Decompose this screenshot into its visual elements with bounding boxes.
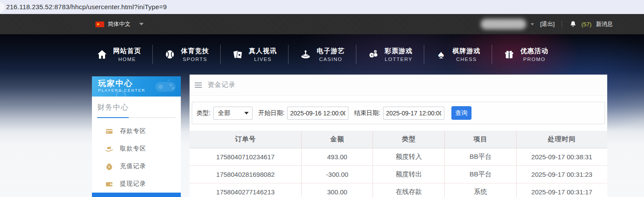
notification-bell-icon[interactable] bbox=[569, 20, 577, 28]
col-process-time: 处理时间 bbox=[516, 131, 607, 148]
top-bar: ★ 简体中文 [退出] (57) 新消息 bbox=[0, 14, 644, 34]
end-date-label: 结束日期: bbox=[354, 109, 380, 117]
sidebar-item-withdraw-record[interactable]: 提现记录 bbox=[92, 175, 181, 193]
page: 216.118.235.52:8783/hhcp/usercenter.html… bbox=[0, 0, 644, 197]
section-underline bbox=[97, 117, 176, 118]
deposit-card-icon bbox=[105, 127, 113, 136]
spade-icon: ♠ bbox=[435, 48, 447, 61]
browser-icon bbox=[0, 1, 5, 14]
sidebar-item-deposit[interactable]: 存款专区 bbox=[92, 122, 181, 140]
browser-address-bar[interactable]: 216.118.235.52:8783/hhcp/usercenter.html… bbox=[0, 0, 644, 14]
cell-order-id: 1758040710234617 bbox=[190, 148, 302, 165]
list-icon bbox=[195, 82, 202, 88]
cell-amount: 300.00 bbox=[302, 183, 373, 197]
language-label: 简体中文 bbox=[108, 20, 130, 28]
cell-process-time: 2025-09-17 00:31:17 bbox=[516, 183, 607, 197]
nav-item-sports[interactable]: 体育竞技SPORTS bbox=[153, 47, 220, 62]
col-order-id: 订单号 bbox=[190, 131, 302, 148]
cell-type: 额度转出 bbox=[373, 165, 445, 183]
roulette-icon bbox=[299, 48, 312, 61]
finance-section: 财务中心 bbox=[92, 97, 181, 118]
chevron-down-icon bbox=[531, 23, 534, 25]
home-icon bbox=[96, 48, 108, 61]
cell-amount: -300.00 bbox=[302, 165, 373, 183]
section-title: 财务中心 bbox=[97, 102, 176, 112]
players-center-banner[interactable]: 玩家中心 PLAYERS CENTER bbox=[92, 76, 181, 97]
nav-item-casino[interactable]: 电子游艺CASINO bbox=[289, 47, 356, 62]
page-title: 资金记录 bbox=[208, 81, 236, 89]
wallet-icon bbox=[105, 180, 113, 188]
language-selector[interactable]: ★ 简体中文 bbox=[95, 20, 144, 28]
type-label: 类型: bbox=[197, 109, 211, 117]
nav-item-promo[interactable]: 优惠活动PROMO bbox=[492, 47, 560, 62]
nav-item-lives[interactable]: 真人视讯LIVES bbox=[221, 47, 288, 62]
withdraw-hand-icon bbox=[105, 145, 113, 153]
sidebar-menu: 存款专区 取款专区 ¥ 充值记录 bbox=[92, 122, 181, 197]
cell-order-id: 1758040281698082 bbox=[190, 165, 302, 183]
col-type: 类型 bbox=[373, 131, 445, 148]
top-right-group: [退出] (57) 新消息 bbox=[481, 19, 613, 29]
divider bbox=[562, 21, 562, 28]
col-project: 项目 bbox=[445, 131, 516, 148]
sports-ball-icon bbox=[164, 48, 176, 61]
lottery-balls-icon bbox=[367, 48, 380, 61]
sidebar-item-withdraw[interactable]: 取款专区 bbox=[92, 140, 181, 158]
cell-process-time: 2025-09-17 00:38:31 bbox=[516, 148, 607, 165]
cell-type: 额度转入 bbox=[373, 148, 445, 165]
chevron-down-icon bbox=[139, 23, 144, 25]
message-count[interactable]: (57) bbox=[581, 21, 591, 28]
playing-cards-icon bbox=[232, 48, 244, 61]
filter-bar: 类型: 全部 开始日期: 结束日期: 查询 bbox=[192, 102, 605, 124]
url-text[interactable]: 216.118.235.52:8783/hhcp/usercenter.html… bbox=[6, 3, 167, 11]
end-date-input[interactable] bbox=[383, 107, 444, 120]
page-background: 网站首页HOME 体育竞技SPORTS 真人视讯LIVES bbox=[0, 34, 644, 197]
money-bag-icon: ¥ bbox=[105, 162, 113, 171]
nav-item-home[interactable]: 网站首页HOME bbox=[85, 47, 152, 62]
cell-project: BB平台 bbox=[445, 165, 516, 183]
cell-amount: 493.00 bbox=[302, 148, 373, 165]
chevron-down-icon bbox=[244, 112, 249, 115]
cell-order-id: 1758040277146213 bbox=[190, 183, 302, 197]
logout-button[interactable]: [退出] bbox=[540, 20, 555, 28]
search-button[interactable]: 查询 bbox=[451, 106, 472, 120]
sidebar-item-recharge[interactable]: ¥ 充值记录 bbox=[92, 158, 181, 175]
col-amount: 金额 bbox=[302, 131, 373, 148]
gift-icon bbox=[503, 48, 515, 61]
start-date-label: 开始日期: bbox=[258, 109, 285, 117]
cell-project: BB平台 bbox=[445, 148, 516, 165]
nav-item-chess[interactable]: ♠ 棋牌游戏CHESS bbox=[424, 47, 492, 62]
table-row: 1758040277146213 300.00 在线存款 系统 2025-09-… bbox=[190, 183, 607, 197]
sidebar-item-funds-record[interactable]: ¥ 资金记录 bbox=[92, 193, 181, 197]
china-flag-icon: ★ bbox=[95, 21, 104, 27]
gamepad-icon bbox=[153, 79, 178, 96]
table-row: 1758040710234617 493.00 额度转入 BB平台 2025-0… bbox=[190, 148, 607, 165]
main-panel: 资金记录 类型: 全部 开始日期: 结束日期: 查询 订单号 bbox=[190, 75, 607, 197]
cell-type: 在线存款 bbox=[373, 183, 445, 197]
svg-text:¥: ¥ bbox=[109, 165, 110, 169]
start-date-input[interactable] bbox=[287, 107, 348, 120]
sidebar: 玩家中心 PLAYERS CENTER 财务中心 存款专区 bbox=[92, 76, 181, 197]
type-select[interactable]: 全部 bbox=[213, 107, 253, 120]
cell-process-time: 2025-09-17 00:31:23 bbox=[516, 165, 607, 183]
table-header-row: 订单号 金额 类型 项目 处理时间 bbox=[190, 131, 607, 148]
page-header: 资金记录 bbox=[190, 75, 607, 96]
funds-table: 订单号 金额 类型 项目 处理时间 1758040710234617 493.0… bbox=[190, 131, 607, 197]
username-redacted[interactable] bbox=[481, 19, 526, 29]
cell-project: 系统 bbox=[445, 183, 516, 197]
new-messages-link[interactable]: 新消息 bbox=[596, 20, 613, 28]
table-row: 1758040281698082 -300.00 额度转出 BB平台 2025-… bbox=[190, 165, 607, 183]
nav-item-lottery[interactable]: 彩票游戏LOTTERY bbox=[356, 47, 424, 62]
main-nav: 网站首页HOME 体育竞技SPORTS 真人视讯LIVES bbox=[0, 34, 644, 75]
